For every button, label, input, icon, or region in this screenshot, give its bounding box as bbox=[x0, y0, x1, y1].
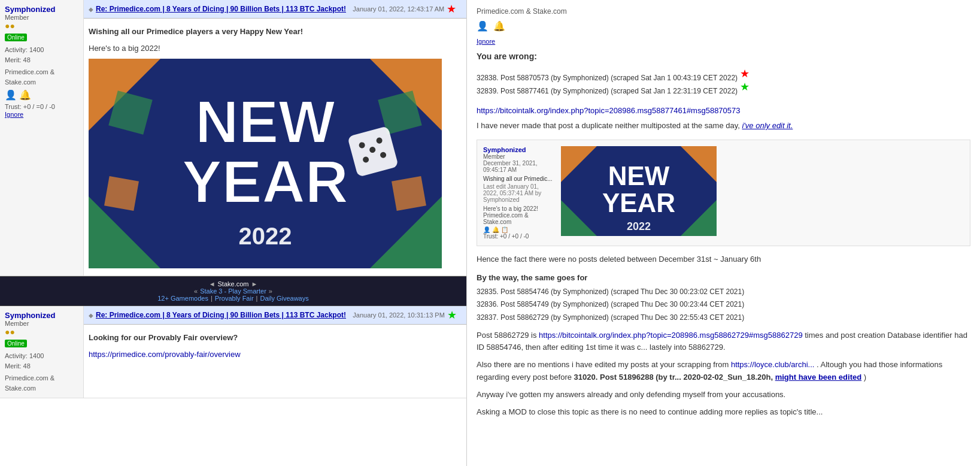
pf-overview-link[interactable]: https://primedice.com/provably-fair/over… bbox=[89, 350, 241, 359]
by-the-way: By the way, the same goes for bbox=[477, 273, 970, 282]
online-badge-2: Online bbox=[5, 340, 27, 347]
right-red-star: ★ bbox=[740, 67, 750, 80]
post-header-1: ◆ Re: Primedice.com | 8 Years of Dicing … bbox=[84, 0, 466, 19]
asking-text: Asking a MOD to close this topic as ther… bbox=[477, 406, 970, 419]
preview-user-info: Symphonized Member December 31, 2021, 09… bbox=[483, 146, 555, 240]
user-stars-2: ●● bbox=[5, 327, 78, 337]
right-panel: Primedice.com & Stake.com 👤 🔔 Ignore You… bbox=[467, 0, 980, 466]
also-text-block: Also there are no mentions i have edited… bbox=[477, 359, 970, 384]
user-rank-2: Member bbox=[5, 320, 78, 327]
username-2: Symphonized bbox=[5, 311, 78, 320]
right-section-title: You are wrong: bbox=[477, 52, 970, 61]
user-icons-1: 👤 🔔 bbox=[5, 89, 78, 101]
post-58862729-block: Post 58862729 is https://bitcointalk.org… bbox=[477, 329, 970, 355]
reply-icon-1: ◆ bbox=[89, 6, 93, 13]
post-ref-2: 32839. Post 58877461 (by Symphonized) (s… bbox=[477, 85, 738, 98]
post-title-2[interactable]: Re: Primedice.com | 8 Years of Dicing | … bbox=[96, 311, 346, 319]
bold-ref: 31020. Post 51896288 (by tr... 2020-02-0… bbox=[574, 373, 773, 382]
user-trust-1: Trust: +0 / =0 / -0 bbox=[5, 103, 78, 110]
stake3-link[interactable]: Stake 3 - Play Smarter bbox=[200, 288, 266, 295]
ad-arrow-right[interactable]: ► bbox=[251, 280, 257, 288]
svg-text:NEW: NEW bbox=[195, 88, 335, 155]
user-rank-1: Member bbox=[5, 14, 78, 21]
ignore-link-right[interactable]: Ignore bbox=[477, 38, 495, 45]
user-stats-1: Activity: 1400 Merit: 48 bbox=[5, 45, 78, 65]
user-stars-1: ●● bbox=[5, 21, 78, 31]
ad-arrow-left[interactable]: ◄ bbox=[209, 280, 216, 288]
user-icon-1b: 🔔 bbox=[19, 89, 31, 101]
right-panel-header: Primedice.com & Stake.com bbox=[477, 7, 970, 16]
bitcointalk-link-2[interactable]: https://bitcointalk.org/index.php?topic=… bbox=[539, 331, 803, 340]
right-user-icon-1: 👤 bbox=[477, 20, 489, 32]
might-edit-link[interactable]: might have been edited bbox=[775, 373, 861, 382]
post-body-2: Looking for our Provably Fair overview? … bbox=[89, 329, 462, 362]
ad-bar-top: ◄ Stake.com ► bbox=[4, 280, 463, 288]
post-content-2: ◆ Re: Primedice.com | 8 Years of Dicing … bbox=[84, 306, 466, 398]
more-ref-1: 32835. Post 58854746 (by Symphonized) (s… bbox=[477, 286, 970, 299]
bitcointalk-link-1[interactable]: https://bitcointalk.org/index.php?topic=… bbox=[477, 106, 741, 115]
post-ref-1: 32838. Post 58870573 (by Symphonized) (s… bbox=[477, 72, 738, 85]
green-star-post-2: ★ bbox=[447, 308, 457, 322]
user-col-1: Symphonized Member ●● Online Activity: 1… bbox=[0, 0, 84, 276]
post-text-line1-2: Looking for our Provably Fair overview? bbox=[89, 332, 462, 344]
user-affiliation-2: Primedice.com &Stake.com bbox=[5, 373, 78, 393]
preview-ny-image: NEW YEAR 2022 bbox=[561, 146, 717, 236]
post-body-1: Wishing all our Primedice players a very… bbox=[89, 23, 462, 271]
post-content-1: ◆ Re: Primedice.com | 8 Years of Dicing … bbox=[84, 0, 466, 276]
svg-text:YEAR: YEAR bbox=[182, 148, 348, 215]
post-header-2: ◆ Re: Primedice.com | 8 Years of Dicing … bbox=[84, 306, 466, 325]
stake-ad-link[interactable]: Stake.com bbox=[218, 280, 249, 288]
post-date-1: January 01, 2022, 12:43:17 AM bbox=[353, 5, 444, 13]
user-affiliation-1: Primedice.com &Stake.com bbox=[5, 67, 78, 87]
only-edit-link[interactable]: i've only edit it. bbox=[742, 121, 793, 130]
svg-text:2022: 2022 bbox=[627, 220, 651, 232]
hence-text: Hence the fact there were no posts delet… bbox=[477, 253, 970, 266]
user-stats-2: Activity: 1400 Merit: 48 bbox=[5, 351, 78, 371]
provably-fair-link[interactable]: Provably Fair bbox=[215, 295, 254, 302]
giveaways-link[interactable]: Daily Giveaways bbox=[260, 295, 308, 302]
anyway-text: Anyway i've gotten my answers already an… bbox=[477, 389, 970, 401]
sep1: | bbox=[211, 295, 213, 302]
nav-next[interactable]: » bbox=[269, 288, 272, 295]
reply-icon-2: ◆ bbox=[89, 312, 93, 319]
never-made-post-text: I have never made that post a duplicate … bbox=[477, 120, 970, 132]
post-date-2: January 01, 2022, 10:31:13 PM bbox=[353, 311, 445, 319]
right-header-affiliation: Primedice.com & Stake.com bbox=[477, 7, 567, 16]
sep2: | bbox=[256, 295, 258, 302]
post-text-line2-1: Here's to a big 2022! bbox=[89, 43, 462, 55]
red-star-1: ★ bbox=[447, 2, 456, 16]
svg-text:YEAR: YEAR bbox=[602, 188, 675, 217]
ad-bar-links: 12+ Gamemodes | Provably Fair | Daily Gi… bbox=[4, 295, 463, 302]
post-block-2: Symphonized Member ●● Online Activity: 1… bbox=[0, 306, 466, 398]
new-year-image: NEW YEAR 2022 bbox=[89, 59, 442, 268]
svg-rect-8 bbox=[392, 176, 426, 211]
post-title-1[interactable]: Re: Primedice.com | 8 Years of Dicing | … bbox=[96, 5, 346, 13]
post-block-1: Symphonized Member ●● Online Activity: 1… bbox=[0, 0, 466, 276]
preview-image-container: NEW YEAR 2022 bbox=[561, 146, 964, 240]
post-text-line1-1: Wishing all our Primedice players a very… bbox=[89, 26, 462, 38]
nav-prev[interactable]: « bbox=[194, 288, 198, 295]
loyce-link[interactable]: https://loyce.club/archi... bbox=[731, 360, 814, 369]
ad-bar: ◄ Stake.com ► « Stake 3 - Play Smarter »… bbox=[0, 276, 466, 306]
more-ref-2: 32836. Post 58854749 (by Symphonized) (s… bbox=[477, 298, 970, 311]
right-green-star: ★ bbox=[740, 80, 750, 93]
more-ref-3: 32837. Post 58862729 (by Symphonized) (s… bbox=[477, 311, 970, 325]
page-container: Symphonized Member ●● Online Activity: 1… bbox=[0, 0, 980, 466]
post-refs-block: 32838. Post 58870573 (by Symphonized) (s… bbox=[477, 72, 738, 98]
right-user-icon-2: 🔔 bbox=[493, 20, 505, 32]
svg-text:NEW: NEW bbox=[608, 161, 670, 190]
right-content: You are wrong: 32838. Post 58870573 (by … bbox=[477, 52, 970, 418]
username-1: Symphonized bbox=[5, 5, 78, 14]
svg-rect-7 bbox=[104, 176, 139, 211]
svg-text:2022: 2022 bbox=[239, 223, 292, 249]
ignore-link-1[interactable]: Ignore bbox=[5, 111, 23, 118]
more-refs-block: 32835. Post 58854746 (by Symphonized) (s… bbox=[477, 286, 970, 325]
left-panel: Symphonized Member ●● Online Activity: 1… bbox=[0, 0, 467, 466]
ad-bar-nav: « Stake 3 - Play Smarter » bbox=[4, 288, 463, 295]
user-icon-1a: 👤 bbox=[5, 89, 17, 101]
gamemodes-link[interactable]: 12+ Gamemodes bbox=[157, 295, 208, 302]
online-badge-1: Online bbox=[5, 34, 27, 41]
user-col-2: Symphonized Member ●● Online Activity: 1… bbox=[0, 306, 84, 398]
preview-box: Symphonized Member December 31, 2021, 09… bbox=[477, 140, 970, 246]
